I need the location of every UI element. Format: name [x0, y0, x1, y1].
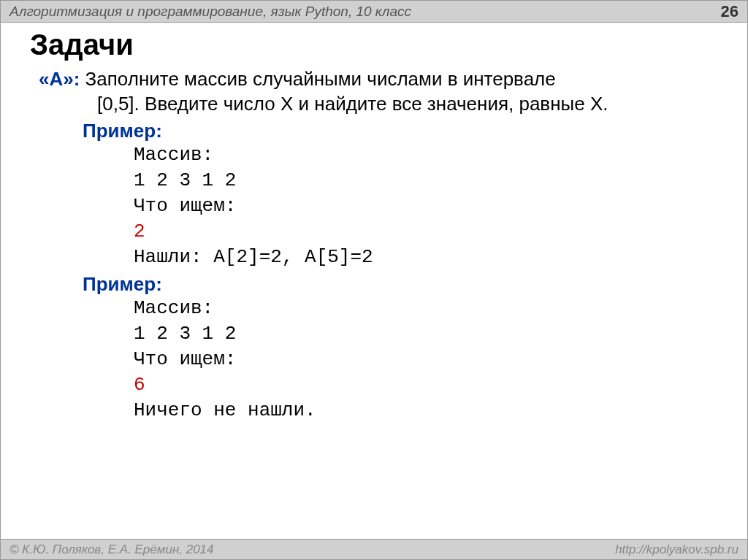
example2-array-values: 1 2 3 1 2: [134, 321, 718, 347]
example2-label: Пример:: [83, 273, 718, 296]
task-text-1: Заполните массив случайными числами в ин…: [80, 68, 555, 90]
example2-array-label: Массив:: [134, 296, 718, 321]
example1-array-label: Массив:: [134, 142, 718, 168]
header-bar: Алгоритмизация и программирование, язык …: [1, 1, 747, 23]
main-title: Задачи: [30, 28, 718, 61]
task-description-line1: «A»: Заполните массив случайными числами…: [39, 67, 718, 92]
example2-result: Ничего не нашли.: [134, 398, 718, 423]
slide-content: Задачи «A»: Заполните массив случайными …: [1, 23, 747, 424]
task-label: «A»:: [39, 68, 80, 90]
task-block: «A»: Заполните массив случайными числами…: [39, 67, 718, 424]
page-number: 26: [721, 2, 739, 21]
example1-array-values: 1 2 3 1 2: [134, 168, 718, 193]
task-text-2: [0,5]. Введите число X и найдите все зна…: [97, 92, 718, 117]
example1-result: Нашли: A[2]=2, A[5]=2: [134, 245, 718, 270]
example2-search-label: Что ищем:: [134, 347, 718, 372]
example2-search-value: 6: [134, 372, 718, 398]
footer-bar: © К.Ю. Поляков, Е.А. Ерёмин, 2014 http:/…: [1, 539, 747, 559]
example1-search-label: Что ищем:: [134, 193, 718, 219]
example1-label: Пример:: [83, 120, 718, 142]
example1-search-value: 2: [134, 219, 718, 245]
footer-url: http://kpolyakov.spb.ru: [615, 542, 739, 557]
footer-copyright: © К.Ю. Поляков, Е.А. Ерёмин, 2014: [9, 542, 214, 557]
header-title: Алгоритмизация и программирование, язык …: [9, 4, 411, 20]
